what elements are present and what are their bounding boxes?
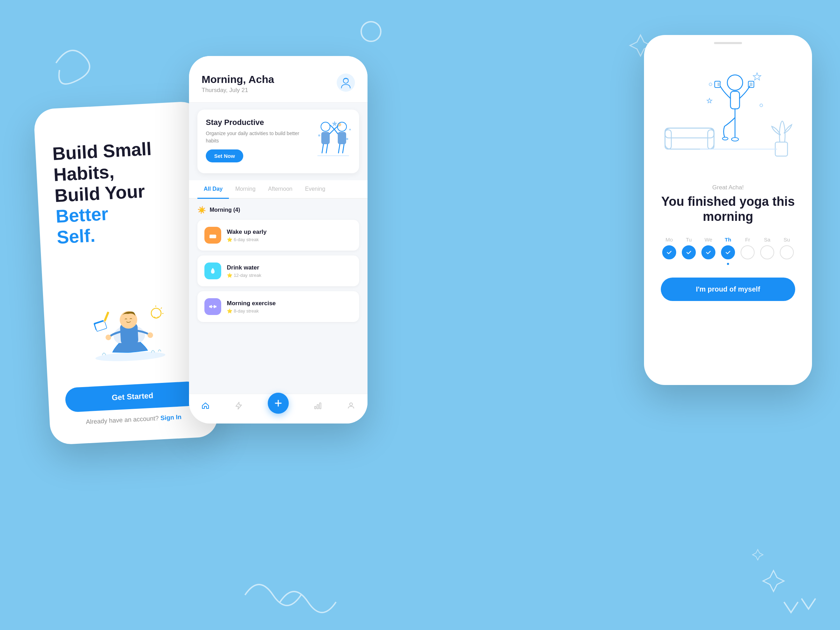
habit-card-wake[interactable]: Wake up early ⭐ 6-day streak: [197, 220, 359, 251]
yoga-svg: [658, 47, 798, 174]
title-highlight: Better: [55, 204, 109, 227]
svg-rect-49: [750, 83, 753, 86]
day-col-we: We: [701, 237, 715, 265]
bed-icon: [208, 231, 217, 239]
week-days: Mo Tu We Th: [662, 237, 794, 265]
habit-name-exercise: Morning exercise: [227, 300, 352, 307]
banner-description: Organize your daily activities to build …: [206, 130, 306, 145]
svg-point-53: [760, 104, 763, 107]
svg-point-26: [210, 235, 212, 237]
dumbbell-icon: [208, 302, 217, 311]
avatar[interactable]: [337, 74, 355, 92]
habit-streak-water: ⭐ 12-day streak: [227, 273, 352, 278]
svg-rect-25: [210, 236, 216, 238]
habit-icon-wake: [204, 227, 221, 243]
svg-point-0: [361, 22, 381, 41]
svg-rect-35: [317, 404, 319, 409]
habit-icon-exercise: [204, 298, 221, 315]
day-circle-tu: [682, 245, 696, 259]
signin-link[interactable]: Sign In: [160, 413, 182, 422]
banner-illustration: [312, 118, 351, 165]
svg-rect-29: [211, 305, 212, 308]
sun-icon: ☀️: [197, 206, 206, 214]
svg-rect-44: [731, 92, 739, 109]
section-title-text: Morning (4): [210, 207, 240, 213]
svg-rect-42: [775, 142, 788, 156]
habit-streak-wake: ⭐ 6-day streak: [227, 237, 352, 242]
greeting-info: Morning, Acha Thursday, July 21: [202, 74, 274, 94]
day-label-mo: Mo: [666, 237, 673, 243]
svg-rect-27: [209, 306, 211, 307]
nav-bolt-icon[interactable]: [235, 401, 243, 412]
svg-rect-34: [315, 406, 316, 409]
day-label-su: Su: [784, 237, 790, 243]
svg-point-54: [709, 83, 712, 86]
svg-point-22: [318, 134, 320, 136]
tab-all-day[interactable]: All Day: [197, 180, 229, 199]
day-circle-sa: [760, 245, 774, 259]
get-started-button[interactable]: Get Started: [65, 381, 200, 413]
habits-section: ☀️ Morning (4) Wake up early ⭐ 6-day str…: [189, 199, 368, 394]
proud-button[interactable]: I'm proud of myself: [661, 278, 795, 301]
habit-info-wake: Wake up early ⭐ 6-day streak: [227, 229, 352, 242]
day-label-sa: Sa: [764, 237, 771, 243]
day-label-tu: Tu: [686, 237, 692, 243]
svg-rect-20: [338, 132, 346, 144]
habit-info-exercise: Morning exercise ⭐ 8-day streak: [227, 300, 352, 314]
day-circle-su: [780, 245, 794, 259]
day-circle-mo: [662, 245, 676, 259]
section-title: ☀️ Morning (4): [197, 206, 359, 214]
banner-title: Stay Productive: [206, 118, 306, 127]
tabs-row: All Day Morning Afternoon Evening: [189, 180, 368, 199]
nav-home-icon[interactable]: [201, 401, 210, 412]
day-col-th: Th: [721, 237, 735, 265]
finished-title: You finished yoga this morning: [661, 194, 795, 224]
svg-point-23: [346, 138, 348, 140]
bottom-nav: [189, 394, 368, 423]
set-now-button[interactable]: Set Now: [206, 150, 243, 163]
habit-card-exercise[interactable]: Morning exercise ⭐ 8-day streak: [197, 291, 359, 322]
svg-point-50: [731, 137, 739, 141]
banner-text: Stay Productive Organize your daily acti…: [206, 118, 306, 163]
tab-morning[interactable]: Morning: [229, 180, 262, 199]
phone-dashboard: Morning, Acha Thursday, July 21 Stay Pro…: [189, 56, 368, 423]
tab-evening[interactable]: Evening: [298, 180, 332, 199]
svg-rect-39: [665, 128, 714, 138]
water-icon: [208, 267, 217, 275]
habit-info-water: Drink water ⭐ 12-day streak: [227, 264, 352, 278]
meditation-svg: [73, 263, 183, 366]
greeting-date: Thursday, July 21: [202, 87, 274, 94]
day-circle-th: [721, 245, 735, 259]
onboarding-illustration: [58, 248, 199, 381]
title-line1: Build Small Habits,: [52, 139, 152, 185]
day-col-tu: Tu: [682, 237, 696, 265]
svg-point-37: [350, 403, 352, 406]
day-col-sa: Sa: [760, 237, 774, 265]
habit-card-water[interactable]: Drink water ⭐ 12-day streak: [197, 256, 359, 286]
title-line3: Self.: [56, 226, 96, 248]
signin-prompt: Already have an account? Sign In: [66, 412, 201, 427]
svg-rect-36: [319, 403, 321, 409]
greeting-row: Morning, Acha Thursday, July 21: [202, 74, 355, 94]
day-label-we: We: [704, 237, 712, 243]
svg-rect-28: [215, 306, 216, 307]
phone-completion: Great Acha! You finished yoga this morni…: [644, 35, 812, 385]
nav-add-button[interactable]: [268, 393, 289, 414]
tab-afternoon[interactable]: Afternoon: [262, 180, 298, 199]
day-circle-fr: [741, 245, 755, 259]
svg-rect-13: [104, 311, 109, 321]
title-line2: Build Your: [54, 181, 145, 205]
banner-svg: [312, 118, 354, 163]
svg-rect-38: [665, 128, 714, 149]
nav-profile-icon[interactable]: [347, 401, 355, 412]
yoga-illustration: [644, 44, 812, 177]
nav-stats-icon[interactable]: [314, 401, 322, 412]
greeting-name: Morning, Acha: [202, 74, 274, 85]
habit-name-wake: Wake up early: [227, 229, 352, 235]
habit-name-water: Drink water: [227, 264, 352, 271]
habit-icon-water: [204, 262, 221, 279]
habit-streak-exercise: ⭐ 8-day streak: [227, 308, 352, 314]
svg-point-19: [337, 122, 346, 131]
completion-content: Great Acha! You finished yoga this morni…: [644, 177, 812, 385]
svg-line-11: [161, 308, 162, 309]
